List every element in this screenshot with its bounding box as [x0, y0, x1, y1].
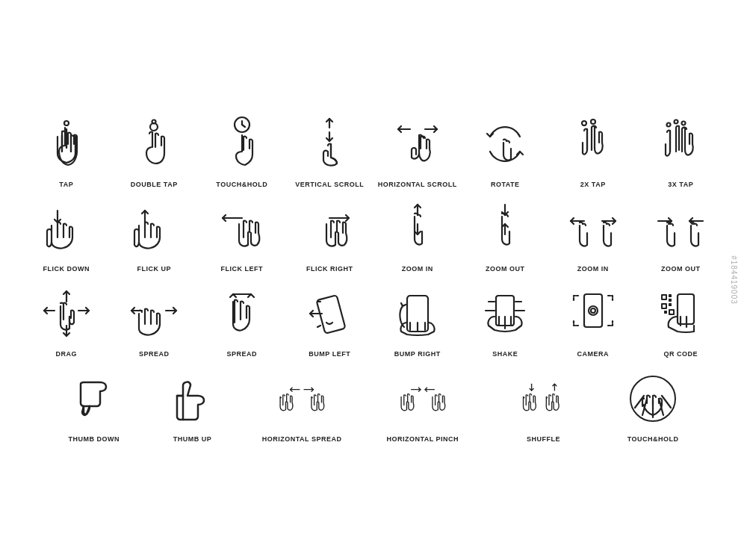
flick-left-label: FLICK LEFT — [221, 265, 264, 274]
icon-qr-code: QR CODE — [639, 280, 722, 359]
icon-double-tap: DOUBLE TAP — [113, 111, 195, 190]
icon-horizontal-pinch: HORIZONTAL PINCH — [371, 365, 475, 444]
flick-up-label: FLICK UP — [137, 265, 172, 274]
row-2: FLICK DOWN FLICK UP — [22, 195, 725, 274]
bump-left-label: BUMP LEFT — [309, 350, 350, 359]
icon-zoom-in-1: ZOOM IN — [376, 195, 459, 274]
zoom-out-2-label: ZOOM OUT — [661, 265, 701, 274]
icon-touch-hold-2: TOUCH&HOLD — [612, 365, 694, 444]
touch-hold-2-label: TOUCH&HOLD — [627, 435, 679, 444]
svg-point-0 — [64, 121, 69, 125]
icon-bump-left: BUMP LEFT — [288, 280, 371, 359]
vertical-scroll-label: VERTICAL SCROLL — [295, 181, 364, 190]
icon-tap: TAP — [25, 111, 108, 190]
svg-point-14 — [682, 121, 686, 125]
icon-shuffle: SHUFFLE — [491, 365, 595, 444]
icon-horizontal-scroll: HORIZONTAL SCROLL — [376, 111, 459, 190]
icon-flick-down: FLICK DOWN — [25, 195, 108, 274]
icon-vertical-scroll: VERTICAL SCROLL — [288, 111, 371, 190]
icon-spread-2: SPREAD — [201, 280, 283, 359]
flick-down-label: FLICK DOWN — [43, 265, 90, 274]
icon-horizontal-spread: HORIZONTAL SPREAD — [249, 365, 354, 444]
thumb-up-label: THUMB UP — [173, 435, 212, 444]
horizontal-pinch-label: HORIZONTAL PINCH — [386, 435, 459, 444]
zoom-in-2-label: ZOOM IN — [577, 265, 609, 274]
icon-flick-up: FLICK UP — [113, 195, 195, 274]
icon-3x-tap: 3X TAP — [639, 111, 722, 190]
svg-line-5 — [242, 125, 245, 127]
icon-rotate: ROTATE — [464, 111, 546, 190]
icon-zoom-out-1: ZOOM OUT — [464, 195, 546, 274]
svg-rect-52 — [669, 294, 672, 297]
svg-rect-55 — [664, 311, 667, 314]
svg-point-10 — [582, 121, 586, 125]
row-4: THUMB DOWN THUMB UP — [22, 365, 725, 444]
main-container: TAP DOUBLE TAP — [15, 103, 732, 458]
zoom-out-1-label: ZOOM OUT — [486, 265, 525, 274]
svg-line-36 — [317, 326, 320, 327]
icon-thumb-up: THUMB UP — [151, 365, 233, 444]
camera-label: CAMERA — [577, 350, 610, 359]
rotate-label: ROTATE — [491, 181, 520, 190]
3x-tap-label: 3X TAP — [668, 181, 693, 190]
icon-zoom-in-2: ZOOM IN — [552, 195, 634, 274]
icon-zoom-out-2: ZOOM OUT — [639, 195, 722, 274]
icon-flick-right: FLICK RIGHT — [288, 195, 371, 274]
2x-tap-label: 2X TAP — [580, 181, 606, 190]
tap-label: TAP — [59, 181, 73, 190]
icon-shake: SHAKE — [464, 280, 546, 359]
watermark: #184419003 — [730, 255, 738, 305]
icon-spread-1: SPREAD — [113, 280, 195, 359]
zoom-in-1-label: ZOOM IN — [402, 265, 433, 274]
svg-point-45 — [589, 306, 598, 315]
svg-rect-53 — [669, 299, 672, 302]
svg-rect-51 — [663, 305, 666, 308]
svg-point-46 — [591, 308, 595, 313]
icon-camera: CAMERA — [552, 280, 634, 359]
icon-touch-hold: TOUCH&HOLD — [201, 111, 283, 190]
svg-point-13 — [675, 119, 678, 123]
double-tap-label: DOUBLE TAP — [131, 181, 178, 190]
shuffle-label: SHUFFLE — [527, 435, 560, 444]
svg-rect-54 — [669, 303, 672, 306]
svg-rect-49 — [663, 296, 666, 299]
icon-flick-left: FLICK LEFT — [201, 195, 283, 274]
svg-rect-44 — [584, 294, 602, 327]
horizontal-spread-label: HORIZONTAL SPREAD — [262, 435, 342, 444]
svg-point-12 — [667, 122, 671, 126]
thumb-down-label: THUMB DOWN — [69, 435, 120, 444]
shake-label: SHAKE — [492, 350, 518, 359]
svg-point-11 — [591, 119, 595, 124]
icon-bump-right: BUMP RIGHT — [376, 280, 459, 359]
touch-hold-label: TOUCH&HOLD — [216, 181, 267, 190]
bump-right-label: BUMP RIGHT — [394, 350, 441, 359]
row-3: DRAG SPREAD — [22, 280, 725, 359]
spread-1-label: SPREAD — [139, 350, 170, 359]
spread-2-label: SPREAD — [226, 350, 257, 359]
icon-thumb-down: THUMB DOWN — [53, 365, 135, 444]
drag-label: DRAG — [56, 350, 78, 359]
row-1: TAP DOUBLE TAP — [22, 111, 725, 190]
flick-right-label: FLICK RIGHT — [306, 265, 353, 274]
qr-code-label: QR CODE — [663, 350, 698, 359]
horizontal-scroll-label: HORIZONTAL SCROLL — [378, 181, 457, 190]
icon-drag: DRAG — [25, 280, 108, 359]
svg-rect-57 — [670, 311, 673, 314]
icon-2x-tap: 2X TAP — [552, 111, 634, 190]
